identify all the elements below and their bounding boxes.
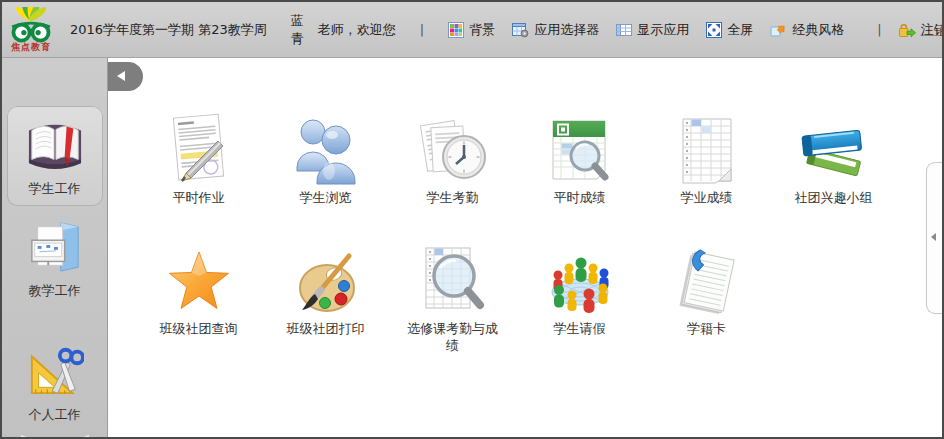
logout-button[interactable]: 注销 <box>898 21 944 39</box>
user-greeting: 老师，欢迎您 <box>318 21 396 39</box>
people-circle-icon <box>542 246 618 318</box>
sidebar-pager-down[interactable] <box>17 432 93 439</box>
term-info: 2016学年度第一学期 第23教学周 <box>70 21 267 39</box>
collapse-sidebar-button[interactable] <box>108 62 143 91</box>
app-student-leave[interactable]: 学生请假 <box>516 239 643 355</box>
app-label: 学生请假 <box>554 321 606 338</box>
top-bar: 焦点教育 2016学年度第一学期 第23教学周 蓝青 老师，欢迎您 | 背景 <box>2 2 942 58</box>
app-student-registration-card[interactable]: 学籍卡 <box>643 239 770 355</box>
background-button[interactable]: 背景 <box>448 21 495 39</box>
background-palette-icon <box>448 22 464 38</box>
arrow-left-icon <box>117 71 125 81</box>
app-label: 学籍卡 <box>687 321 726 338</box>
sidebar-item-student-work[interactable]: 学生工作 <box>7 106 103 206</box>
logout-lock-icon <box>898 22 916 38</box>
separator: | <box>420 22 424 37</box>
logout-button-label: 注销 <box>921 21 944 39</box>
app-selector-icon <box>512 22 529 38</box>
separator: | <box>877 22 881 37</box>
main-panel: 平时作业 <box>109 58 942 437</box>
app-label: 社团兴趣小组 <box>795 190 873 207</box>
green-sheet-magnifier-icon <box>545 115 615 187</box>
classic-style-button-label: 经典风格 <box>792 21 844 39</box>
app-label: 学业成绩 <box>681 190 733 207</box>
stacked-books-icon <box>795 115 873 187</box>
expand-right-panel-button[interactable] <box>926 162 942 314</box>
app-row-2: 班级社团查询 班级社团打印 <box>135 239 770 355</box>
owl-logo-icon <box>2 7 60 43</box>
orange-star-icon <box>162 246 236 318</box>
classic-style-icon <box>770 22 787 38</box>
background-button-label: 背景 <box>469 21 495 39</box>
app-class-club-query[interactable]: 班级社团查询 <box>135 239 262 355</box>
app-daily-homework[interactable]: 平时作业 <box>135 108 262 207</box>
app-student-browse[interactable]: 学生浏览 <box>262 108 389 207</box>
sidebar-item-personal-work[interactable]: 个人工作 <box>7 334 103 432</box>
app-label: 班级社团查询 <box>160 321 238 338</box>
app-label: 选修课考勤与成绩 <box>406 321 500 355</box>
app-elective-attendance-grades[interactable]: 选修课考勤与成绩 <box>389 239 516 355</box>
logo: 焦点教育 <box>2 5 60 54</box>
blue-people-icon <box>291 115 361 187</box>
app-row-1: 平时作业 <box>135 108 897 207</box>
app-window: 焦点教育 2016学年度第一学期 第23教学周 蓝青 老师，欢迎您 | 背景 <box>0 0 944 439</box>
teaching-folder-icon <box>26 219 84 273</box>
logo-text: 焦点教育 <box>11 41 51 54</box>
app-label: 班级社团打印 <box>287 321 365 338</box>
notepad-ribbon-icon <box>672 246 742 318</box>
classic-style-button[interactable]: 经典风格 <box>770 21 844 39</box>
sidebar-item-label: 学生工作 <box>29 180 81 198</box>
sidebar: 学生工作 教学工作 <box>2 58 108 437</box>
fullscreen-icon <box>706 22 722 38</box>
ruler-scissors-icon <box>26 343 84 397</box>
papers-clock-icon <box>416 115 490 187</box>
open-book-icon <box>24 115 86 171</box>
user-name: 蓝青 <box>291 12 304 48</box>
app-label: 平时作业 <box>173 190 225 207</box>
app-class-club-print[interactable]: 班级社团打印 <box>262 239 389 355</box>
sidebar-item-teaching-work[interactable]: 教学工作 <box>7 210 103 308</box>
app-daily-grades[interactable]: 平时成绩 <box>516 108 643 207</box>
chevron-down-icon <box>17 432 93 439</box>
spreadsheet-icon <box>675 115 739 187</box>
app-student-attendance[interactable]: 学生考勤 <box>389 108 516 207</box>
app-label: 学生浏览 <box>300 190 352 207</box>
app-label: 平时成绩 <box>554 190 606 207</box>
paint-palette-icon <box>289 246 363 318</box>
sidebar-item-label: 个人工作 <box>29 406 81 424</box>
show-apps-button[interactable]: 显示应用 <box>616 21 689 39</box>
fullscreen-button-label: 全屏 <box>727 21 753 39</box>
sidebar-item-label: 教学工作 <box>29 282 81 300</box>
app-selector-button[interactable]: 应用选择器 <box>512 21 599 39</box>
show-apps-icon <box>616 22 632 38</box>
app-selector-button-label: 应用选择器 <box>534 21 599 39</box>
sheet-big-magnifier-icon <box>416 244 490 318</box>
document-pen-icon <box>162 111 236 187</box>
app-label: 学生考勤 <box>427 190 479 207</box>
app-academic-grades[interactable]: 学业成绩 <box>643 108 770 207</box>
arrow-left-icon <box>931 233 936 241</box>
app-club-interest-group[interactable]: 社团兴趣小组 <box>770 108 897 207</box>
show-apps-button-label: 显示应用 <box>637 21 689 39</box>
fullscreen-button[interactable]: 全屏 <box>706 21 753 39</box>
